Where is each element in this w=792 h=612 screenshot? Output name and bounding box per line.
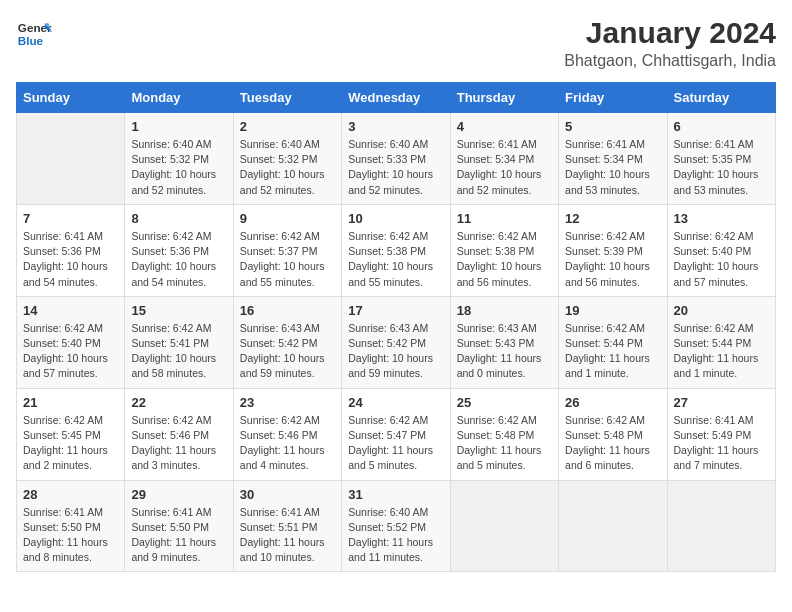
- calendar-cell: 31Sunrise: 6:40 AM Sunset: 5:52 PM Dayli…: [342, 480, 450, 572]
- day-number: 9: [240, 211, 335, 226]
- title-block: January 2024 Bhatgaon, Chhattisgarh, Ind…: [564, 16, 776, 70]
- calendar-header-thursday: Thursday: [450, 83, 558, 113]
- calendar-week-row: 14Sunrise: 6:42 AM Sunset: 5:40 PM Dayli…: [17, 296, 776, 388]
- calendar-cell: 20Sunrise: 6:42 AM Sunset: 5:44 PM Dayli…: [667, 296, 775, 388]
- calendar-cell: 1Sunrise: 6:40 AM Sunset: 5:32 PM Daylig…: [125, 113, 233, 205]
- day-number: 22: [131, 395, 226, 410]
- day-info: Sunrise: 6:40 AM Sunset: 5:32 PM Dayligh…: [131, 137, 226, 198]
- day-number: 3: [348, 119, 443, 134]
- calendar-cell: 3Sunrise: 6:40 AM Sunset: 5:33 PM Daylig…: [342, 113, 450, 205]
- day-info: Sunrise: 6:41 AM Sunset: 5:50 PM Dayligh…: [131, 505, 226, 566]
- calendar-cell: 16Sunrise: 6:43 AM Sunset: 5:42 PM Dayli…: [233, 296, 341, 388]
- page-header: General Blue January 2024 Bhatgaon, Chha…: [16, 16, 776, 70]
- calendar-cell: 30Sunrise: 6:41 AM Sunset: 5:51 PM Dayli…: [233, 480, 341, 572]
- day-info: Sunrise: 6:42 AM Sunset: 5:47 PM Dayligh…: [348, 413, 443, 474]
- day-info: Sunrise: 6:41 AM Sunset: 5:34 PM Dayligh…: [565, 137, 660, 198]
- calendar-header-wednesday: Wednesday: [342, 83, 450, 113]
- calendar-cell: 9Sunrise: 6:42 AM Sunset: 5:37 PM Daylig…: [233, 204, 341, 296]
- calendar-cell: 23Sunrise: 6:42 AM Sunset: 5:46 PM Dayli…: [233, 388, 341, 480]
- day-info: Sunrise: 6:42 AM Sunset: 5:46 PM Dayligh…: [240, 413, 335, 474]
- calendar-cell: 24Sunrise: 6:42 AM Sunset: 5:47 PM Dayli…: [342, 388, 450, 480]
- logo: General Blue: [16, 16, 52, 52]
- day-number: 17: [348, 303, 443, 318]
- day-info: Sunrise: 6:43 AM Sunset: 5:42 PM Dayligh…: [240, 321, 335, 382]
- day-info: Sunrise: 6:42 AM Sunset: 5:40 PM Dayligh…: [674, 229, 769, 290]
- day-info: Sunrise: 6:42 AM Sunset: 5:38 PM Dayligh…: [348, 229, 443, 290]
- day-number: 25: [457, 395, 552, 410]
- day-info: Sunrise: 6:41 AM Sunset: 5:49 PM Dayligh…: [674, 413, 769, 474]
- calendar-cell: 22Sunrise: 6:42 AM Sunset: 5:46 PM Dayli…: [125, 388, 233, 480]
- day-info: Sunrise: 6:42 AM Sunset: 5:45 PM Dayligh…: [23, 413, 118, 474]
- day-number: 5: [565, 119, 660, 134]
- day-number: 13: [674, 211, 769, 226]
- calendar-cell: 26Sunrise: 6:42 AM Sunset: 5:48 PM Dayli…: [559, 388, 667, 480]
- day-info: Sunrise: 6:41 AM Sunset: 5:34 PM Dayligh…: [457, 137, 552, 198]
- calendar-header-sunday: Sunday: [17, 83, 125, 113]
- day-info: Sunrise: 6:42 AM Sunset: 5:37 PM Dayligh…: [240, 229, 335, 290]
- calendar-header-monday: Monday: [125, 83, 233, 113]
- day-number: 23: [240, 395, 335, 410]
- day-info: Sunrise: 6:42 AM Sunset: 5:38 PM Dayligh…: [457, 229, 552, 290]
- calendar-cell: 6Sunrise: 6:41 AM Sunset: 5:35 PM Daylig…: [667, 113, 775, 205]
- day-info: Sunrise: 6:42 AM Sunset: 5:44 PM Dayligh…: [565, 321, 660, 382]
- day-info: Sunrise: 6:42 AM Sunset: 5:40 PM Dayligh…: [23, 321, 118, 382]
- calendar-cell: 11Sunrise: 6:42 AM Sunset: 5:38 PM Dayli…: [450, 204, 558, 296]
- day-number: 2: [240, 119, 335, 134]
- day-info: Sunrise: 6:42 AM Sunset: 5:48 PM Dayligh…: [457, 413, 552, 474]
- calendar-header-row: SundayMondayTuesdayWednesdayThursdayFrid…: [17, 83, 776, 113]
- day-number: 14: [23, 303, 118, 318]
- day-info: Sunrise: 6:42 AM Sunset: 5:39 PM Dayligh…: [565, 229, 660, 290]
- calendar-cell: 14Sunrise: 6:42 AM Sunset: 5:40 PM Dayli…: [17, 296, 125, 388]
- day-number: 30: [240, 487, 335, 502]
- calendar-header-saturday: Saturday: [667, 83, 775, 113]
- calendar-cell: 8Sunrise: 6:42 AM Sunset: 5:36 PM Daylig…: [125, 204, 233, 296]
- day-info: Sunrise: 6:42 AM Sunset: 5:48 PM Dayligh…: [565, 413, 660, 474]
- calendar-cell: 15Sunrise: 6:42 AM Sunset: 5:41 PM Dayli…: [125, 296, 233, 388]
- day-number: 29: [131, 487, 226, 502]
- day-info: Sunrise: 6:40 AM Sunset: 5:52 PM Dayligh…: [348, 505, 443, 566]
- day-info: Sunrise: 6:42 AM Sunset: 5:36 PM Dayligh…: [131, 229, 226, 290]
- day-number: 8: [131, 211, 226, 226]
- calendar-cell: 10Sunrise: 6:42 AM Sunset: 5:38 PM Dayli…: [342, 204, 450, 296]
- day-number: 28: [23, 487, 118, 502]
- day-number: 27: [674, 395, 769, 410]
- day-number: 10: [348, 211, 443, 226]
- day-info: Sunrise: 6:41 AM Sunset: 5:36 PM Dayligh…: [23, 229, 118, 290]
- calendar-cell: 27Sunrise: 6:41 AM Sunset: 5:49 PM Dayli…: [667, 388, 775, 480]
- calendar-cell: 17Sunrise: 6:43 AM Sunset: 5:42 PM Dayli…: [342, 296, 450, 388]
- calendar-cell: [17, 113, 125, 205]
- svg-text:Blue: Blue: [18, 34, 44, 47]
- main-title: January 2024: [564, 16, 776, 50]
- day-number: 16: [240, 303, 335, 318]
- day-number: 15: [131, 303, 226, 318]
- day-number: 4: [457, 119, 552, 134]
- calendar-cell: 13Sunrise: 6:42 AM Sunset: 5:40 PM Dayli…: [667, 204, 775, 296]
- calendar-cell: [667, 480, 775, 572]
- calendar-cell: 29Sunrise: 6:41 AM Sunset: 5:50 PM Dayli…: [125, 480, 233, 572]
- calendar-cell: 4Sunrise: 6:41 AM Sunset: 5:34 PM Daylig…: [450, 113, 558, 205]
- calendar-cell: [559, 480, 667, 572]
- day-number: 24: [348, 395, 443, 410]
- calendar-table: SundayMondayTuesdayWednesdayThursdayFrid…: [16, 82, 776, 572]
- calendar-cell: 25Sunrise: 6:42 AM Sunset: 5:48 PM Dayli…: [450, 388, 558, 480]
- calendar-week-row: 21Sunrise: 6:42 AM Sunset: 5:45 PM Dayli…: [17, 388, 776, 480]
- day-info: Sunrise: 6:42 AM Sunset: 5:46 PM Dayligh…: [131, 413, 226, 474]
- calendar-cell: 21Sunrise: 6:42 AM Sunset: 5:45 PM Dayli…: [17, 388, 125, 480]
- calendar-cell: [450, 480, 558, 572]
- day-number: 26: [565, 395, 660, 410]
- day-number: 31: [348, 487, 443, 502]
- calendar-header-tuesday: Tuesday: [233, 83, 341, 113]
- calendar-header-friday: Friday: [559, 83, 667, 113]
- day-info: Sunrise: 6:41 AM Sunset: 5:35 PM Dayligh…: [674, 137, 769, 198]
- day-info: Sunrise: 6:42 AM Sunset: 5:41 PM Dayligh…: [131, 321, 226, 382]
- day-number: 12: [565, 211, 660, 226]
- day-info: Sunrise: 6:42 AM Sunset: 5:44 PM Dayligh…: [674, 321, 769, 382]
- day-number: 6: [674, 119, 769, 134]
- day-number: 20: [674, 303, 769, 318]
- day-number: 11: [457, 211, 552, 226]
- subtitle: Bhatgaon, Chhattisgarh, India: [564, 52, 776, 70]
- logo-icon: General Blue: [16, 16, 52, 52]
- day-info: Sunrise: 6:43 AM Sunset: 5:42 PM Dayligh…: [348, 321, 443, 382]
- calendar-week-row: 7Sunrise: 6:41 AM Sunset: 5:36 PM Daylig…: [17, 204, 776, 296]
- day-info: Sunrise: 6:40 AM Sunset: 5:32 PM Dayligh…: [240, 137, 335, 198]
